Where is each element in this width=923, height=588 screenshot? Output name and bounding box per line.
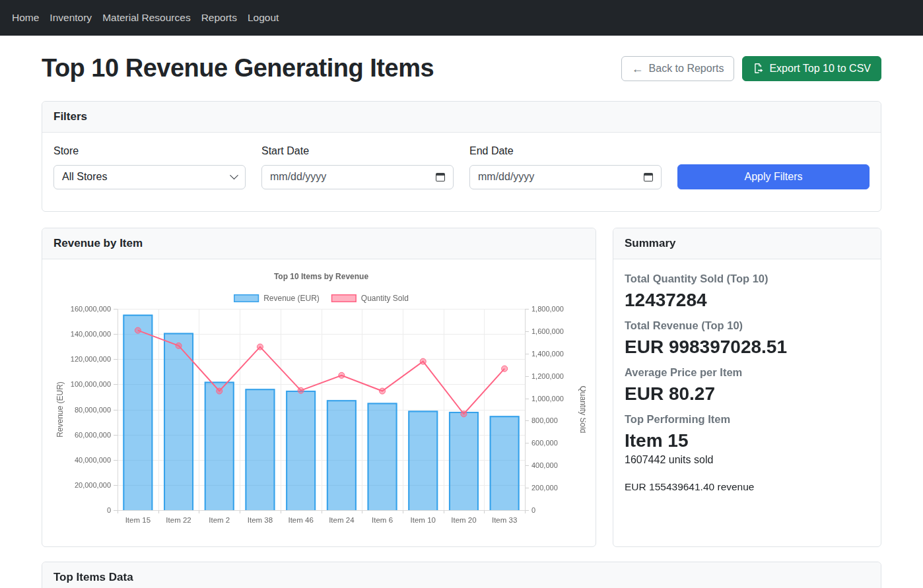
revenue-chart-card-header: Revenue by Item (42, 228, 596, 259)
top-item-revenue: EUR 155439641.40 revenue (625, 481, 870, 493)
page-title: Top 10 Revenue Generating Items (42, 54, 434, 83)
store-label: Store (53, 145, 246, 157)
calendar-icon[interactable] (644, 173, 653, 181)
top-items-data-card: Top Items Data (42, 562, 881, 588)
start-date-label: Start Date (261, 145, 454, 157)
top-item-units: 1607442 units sold (625, 454, 870, 466)
page-header: Top 10 Revenue Generating Items ← Back t… (42, 54, 881, 83)
store-field: Store All Stores (53, 145, 246, 189)
nav-item-logout[interactable]: Logout (242, 8, 284, 28)
export-csv-label: Export Top 10 to CSV (769, 61, 871, 76)
revenue-chart-card: Revenue by Item (42, 228, 596, 547)
header-actions: ← Back to Reports Export Top 10 to CSV (621, 56, 881, 81)
file-export-icon (753, 63, 764, 74)
back-to-reports-button[interactable]: ← Back to Reports (621, 56, 735, 81)
nav-item-home[interactable]: Home (7, 8, 44, 28)
summary-card-header: Summary (613, 228, 881, 259)
chevron-down-icon (230, 171, 238, 180)
nav-item-material-resources[interactable]: Material Resources (97, 8, 196, 28)
total-quantity-value: 12437284 (625, 290, 870, 311)
back-to-reports-label: Back to Reports (649, 61, 724, 76)
start-date-input[interactable]: mm/dd/yyyy (261, 165, 454, 189)
revenue-chart-canvas[interactable] (52, 265, 586, 536)
total-revenue-label: Total Revenue (Top 10) (625, 319, 870, 332)
filters-card: Filters Store All Stores Start Date mm/d… (42, 101, 881, 212)
apply-filters-field: Apply Filters (677, 164, 870, 189)
nav-item-reports[interactable]: Reports (196, 8, 242, 28)
store-select-value: All Stores (62, 171, 107, 183)
start-date-placeholder: mm/dd/yyyy (270, 171, 326, 183)
top-item-name: Item 15 (625, 430, 870, 451)
avg-price-label: Average Price per Item (625, 366, 870, 379)
calendar-icon[interactable] (436, 173, 445, 181)
top-item-label: Top Performing Item (625, 413, 870, 426)
nav-item-inventory[interactable]: Inventory (44, 8, 97, 28)
total-revenue-value: EUR 998397028.51 (625, 337, 870, 358)
top-items-data-header: Top Items Data (42, 562, 881, 588)
avg-price-value: EUR 80.27 (625, 383, 870, 405)
arrow-left-icon: ← (632, 63, 644, 75)
end-date-placeholder: mm/dd/yyyy (478, 171, 534, 183)
end-date-label: End Date (469, 145, 662, 157)
end-date-input[interactable]: mm/dd/yyyy (469, 165, 662, 189)
total-quantity-label: Total Quantity Sold (Top 10) (625, 273, 870, 285)
start-date-field: Start Date mm/dd/yyyy (261, 145, 454, 189)
store-select[interactable]: All Stores (53, 165, 246, 189)
filters-card-header: Filters (42, 102, 881, 133)
navbar: Home Inventory Material Resources Report… (0, 0, 923, 36)
export-csv-button[interactable]: Export Top 10 to CSV (742, 56, 881, 81)
summary-card: Summary Total Quantity Sold (Top 10) 124… (613, 228, 881, 547)
apply-filters-button[interactable]: Apply Filters (677, 164, 870, 189)
end-date-field: End Date mm/dd/yyyy (469, 145, 662, 189)
